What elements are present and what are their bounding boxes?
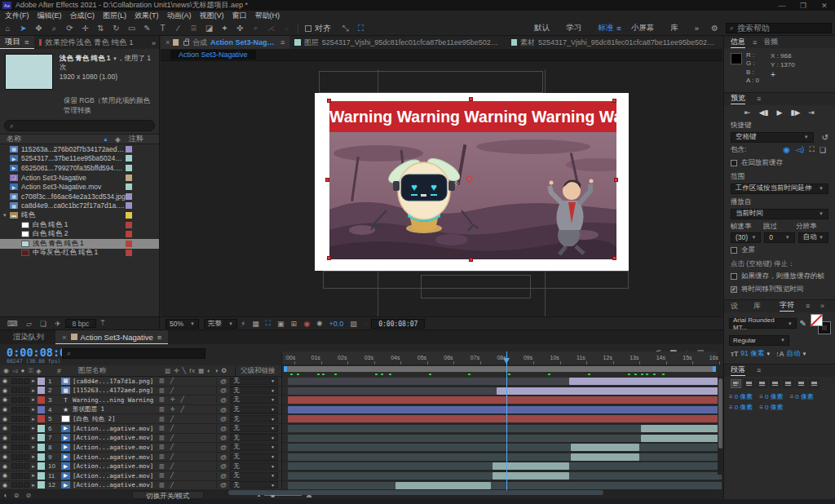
layer-switches[interactable]: ▥✛╱ [159,406,216,413]
bit-depth-button[interactable]: 8 bpc [65,319,97,328]
label-color-chip[interactable] [38,481,45,489]
new-folder-icon[interactable]: ▱ [26,320,32,328]
spacing-field-1[interactable]: ≡0 像素 [759,392,783,401]
layer-row[interactable]: ◉▸12▶[Action...agative.mov]▥╱@无▼ [0,481,281,491]
frame-blend-toggle-icon[interactable]: ⊜ [14,492,20,499]
layer-visibility-icon[interactable]: ◉ [0,472,10,479]
project-search-input[interactable]: ⌕ [4,120,155,131]
menu-item-4[interactable]: 效果(T) [135,11,159,21]
panel-menu-icon[interactable]: ≡ [757,366,761,374]
resolution-select[interactable]: 完整▼ [204,319,237,329]
panel-menu-icon[interactable]: ≡ [757,95,761,103]
parent-select[interactable]: 无▼ [230,415,278,422]
exposure-value[interactable]: +0.0 [329,320,344,328]
orbit-camera-tool-icon[interactable]: ⟳ [62,24,77,33]
layer-switches[interactable]: ▥╱ [159,425,216,431]
twirl-icon[interactable]: ▸ [29,472,38,479]
label-color-chip[interactable] [126,193,132,200]
label-color-chip[interactable] [38,462,45,470]
av-toggle-boxes[interactable] [10,378,29,384]
layer-name[interactable]: 形状图层 1 [73,405,159,413]
lasso-icon[interactable]: ⌔ [279,24,294,33]
interpret-footage-icon[interactable]: ⌨ [7,320,18,328]
layer-row[interactable]: ◉▸10▶[Action...agative.mov]▥╱@无▼ [0,462,281,471]
tab-project[interactable]: 项目≡ [0,36,34,49]
tab-preview[interactable]: 预览 [731,93,745,104]
spacing-field-2[interactable]: ≡0 像素 [790,392,814,401]
label-color-chip[interactable] [38,444,45,451]
play-button[interactable]: ▶ [777,108,783,117]
layer-row[interactable]: ◉▸5[白色 纯色 2]▥╱@无▼ [0,414,281,424]
menu-item-5[interactable]: 动画(A) [167,11,192,21]
timeline-vertical-scrollbar[interactable] [718,377,723,475]
align-button-1[interactable] [744,379,754,388]
cache-checkbox[interactable] [731,160,737,166]
layer-name[interactable]: Warning...ning Warning [73,396,159,404]
fps-select[interactable]: (30)▼ [731,232,761,243]
playfrom-select[interactable]: 当前时间▼ [731,209,828,219]
av-toggle-boxes[interactable] [10,435,29,440]
twirl-icon[interactable]: ▸ [29,435,38,441]
layer-switches[interactable]: ▥╱ [159,444,216,450]
workspace-gear-icon[interactable]: ⚙ [707,24,722,33]
more-tabs-icon[interactable]: » [820,302,828,310]
layer-duration-bar[interactable] [282,377,718,387]
label-color-chip[interactable] [38,378,45,385]
layer-name[interactable]: [ca8d4e...17a7d1a.png] [73,378,159,385]
pen-tool-icon[interactable]: ✎ [139,24,155,33]
av-toggle-boxes[interactable] [10,407,29,413]
composition-viewport[interactable]: Warning Warning Warning Warning Wa [161,61,722,316]
av-toggle-boxes[interactable] [10,426,29,431]
label-color-chip[interactable] [38,406,45,413]
play-cached-checkbox[interactable] [731,273,737,280]
label-color-chip[interactable] [38,434,45,441]
parent-select[interactable]: 无▼ [230,444,278,451]
fill-color-swatch[interactable] [811,314,823,326]
layer-row[interactable]: ◉▸4★形状图层 1▥✛╱@无▼ [0,405,281,415]
composition-canvas[interactable]: Warning Warning Warning Warning Wa [315,93,629,271]
label-color-chip[interactable] [38,425,45,432]
workspace-默认[interactable]: 默认 [534,23,550,33]
pickwhip-icon[interactable]: @ [220,453,227,461]
parent-select[interactable]: 无▼ [230,378,278,385]
timeline-search-input[interactable]: ⌕ [62,348,205,359]
next-frame-button[interactable]: ▮▶ [790,108,800,117]
viewer-timecode[interactable]: 0:00:08:07 [371,319,425,329]
layer-visibility-icon[interactable]: ◉ [0,378,10,384]
menu-item-6[interactable]: 视图(V) [200,11,224,21]
align-button-3[interactable] [770,379,780,388]
parent-select[interactable]: 无▼ [230,453,278,461]
layer-switches[interactable]: ▥╱ [159,387,216,394]
selection-handle[interactable] [327,256,331,260]
project-item[interactable]: ❏Action Set3-Nagative [0,173,159,183]
layer-row[interactable]: ◉▸3TWarning...ning Warning▥✛╱@无▼ [0,396,281,405]
eraser-tool-icon[interactable]: ◪ [201,24,217,33]
pickwhip-icon[interactable]: @ [220,425,227,432]
layer-duration-bar[interactable] [282,434,718,444]
more-tabs-icon[interactable]: » [152,38,159,47]
fullscreen-toggle[interactable]: 全屏 [724,244,835,257]
layer-visibility-icon[interactable]: ◉ [0,406,10,413]
twirl-icon[interactable]: ▸ [29,482,38,489]
tab-effect-controls[interactable]: 效果控件浅色 青色 纯色 1 [34,36,139,49]
parent-select[interactable]: 无▼ [230,481,278,489]
move-time-checkbox[interactable]: ✓ [731,286,737,293]
layer-name[interactable]: [白色 纯色 2] [73,415,159,423]
zoom-tool-icon[interactable]: ⌕ [46,24,62,33]
parent-select[interactable]: 无▼ [230,406,278,413]
shy-toggle-icon[interactable]: ◖ [3,492,7,499]
reset-icon[interactable]: ↺ [822,133,828,142]
label-color-chip[interactable] [126,202,132,209]
layer-row[interactable]: ◉▸11▶[Action...agative.mov]▥╱@无▼ [0,471,281,481]
skip-select[interactable]: 0▼ [764,232,794,243]
layer-switches[interactable]: ▥╱ [159,378,216,384]
puppet-pin-tool-icon[interactable]: ✜ [232,24,248,33]
layer-visibility-icon[interactable]: ◉ [0,396,10,403]
layer-visibility-icon[interactable]: ◉ [0,453,10,460]
selection-handle[interactable] [327,99,331,103]
label-color-chip[interactable] [126,183,132,190]
parent-select[interactable]: 无▼ [230,396,278,404]
guides-icon[interactable]: ⊞ [291,320,298,328]
pickwhip-icon[interactable]: @ [220,406,227,413]
spacing-field-0[interactable]: ≡0 像素 [729,392,753,401]
